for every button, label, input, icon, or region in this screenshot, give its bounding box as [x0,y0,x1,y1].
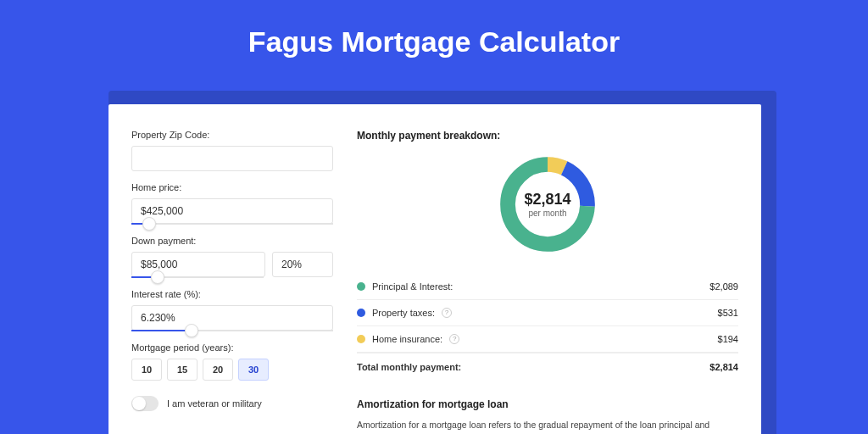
legend-label: Principal & Interest: [372,281,453,292]
period-option-15[interactable]: 15 [167,359,198,381]
form-column: Property Zip Code: Home price: Down paym… [131,130,333,434]
interest-rate-slider-fill [131,330,192,331]
legend: Principal & Interest:$2,089Property taxe… [357,274,738,380]
legend-left: Home insurance:? [357,334,459,344]
amortization-text: Amortization for a mortgage loan refers … [357,419,738,434]
home-price-input[interactable] [131,198,333,224]
info-icon[interactable]: ? [442,308,452,318]
breakdown-column: Monthly payment breakdown: $2,814 per mo… [357,130,738,434]
donut-center: $2,814 per month [495,152,600,257]
legend-row: Property taxes:?$531 [357,300,738,326]
veteran-row: I am veteran or military [131,396,333,411]
donut-chart-wrap: $2,814 per month [357,152,738,257]
legend-left: Principal & Interest: [357,281,453,292]
legend-label: Property taxes: [372,308,435,318]
interest-rate-slider[interactable] [131,330,333,331]
interest-rate-field: Interest rate (%): [131,289,333,331]
legend-value: $2,089 [709,281,738,292]
amortization-title: Amortization for mortgage loan [357,398,738,410]
down-payment-field: Down payment: [131,236,333,278]
mortgage-period-options: 10152030 [131,359,333,381]
calculator-panel: Property Zip Code: Home price: Down paym… [108,104,761,434]
legend-total-value: $2,814 [709,362,738,372]
veteran-label: I am veteran or military [167,398,262,409]
legend-dot [357,335,365,343]
legend-total-row: Total monthly payment:$2,814 [357,353,738,380]
legend-row: Home insurance:?$194 [357,326,738,353]
legend-value: $531 [718,308,738,318]
mortgage-period-field: Mortgage period (years): 10152030 [131,342,333,381]
home-price-slider-thumb[interactable] [142,217,156,231]
home-price-slider[interactable] [131,223,333,225]
legend-dot [357,309,365,317]
zip-label: Property Zip Code: [131,130,333,140]
donut-center-amount: $2,814 [524,191,570,209]
page-title: Fagus Mortgage Calculator [0,0,868,77]
legend-row: Principal & Interest:$2,089 [357,274,738,300]
period-option-20[interactable]: 20 [203,359,233,381]
legend-dot [357,282,365,291]
legend-total-label: Total monthly payment: [357,362,461,372]
zip-input[interactable] [131,146,333,171]
home-price-field: Home price: [131,182,333,225]
down-payment-percent-input[interactable] [272,252,333,277]
veteran-toggle[interactable] [131,396,159,411]
mortgage-period-label: Mortgage period (years): [131,342,333,353]
breakdown-title: Monthly payment breakdown: [357,130,738,142]
interest-rate-label: Interest rate (%): [131,289,333,299]
legend-left: Property taxes:? [357,308,452,318]
legend-value: $194 [718,334,738,344]
veteran-toggle-knob [132,397,146,410]
donut-center-sub: per month [528,209,566,218]
period-option-30[interactable]: 30 [238,359,269,381]
info-icon[interactable]: ? [449,334,459,344]
interest-rate-slider-thumb[interactable] [185,324,198,337]
legend-label: Home insurance: [372,334,442,344]
down-payment-slider-thumb[interactable] [151,270,164,284]
down-payment-label: Down payment: [131,236,333,246]
zip-field: Property Zip Code: [131,130,333,171]
home-price-label: Home price: [131,182,333,192]
interest-rate-input[interactable] [131,305,333,331]
period-option-10[interactable]: 10 [131,359,162,381]
down-payment-slider[interactable] [131,276,264,278]
donut-chart: $2,814 per month [495,152,600,257]
